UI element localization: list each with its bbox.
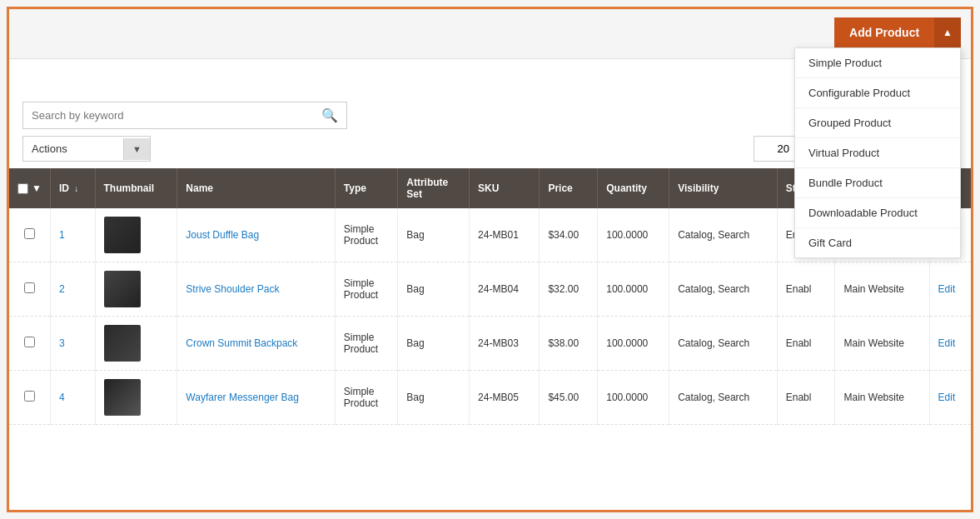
header-visibility: Visibility (669, 168, 778, 208)
row-action-4: Edit (929, 371, 971, 425)
row-type-3: SimpleProduct (335, 317, 397, 371)
row-checkbox-3[interactable] (24, 337, 35, 347)
row-id-1: 1 (50, 208, 95, 262)
row-quantity-1: 100.0000 (598, 208, 669, 262)
dropdown-item-virtual[interactable]: Virtual Product (795, 138, 960, 168)
row-quantity-4: 100.0000 (598, 371, 669, 425)
row-name-2: Strive Shoulder Pack (177, 262, 335, 317)
row-checkbox-4[interactable] (24, 391, 35, 402)
dropdown-item-grouped[interactable]: Grouped Product (795, 108, 960, 138)
row-attribute-set-1: Bag (398, 208, 470, 262)
edit-link-4[interactable]: Edit (938, 392, 956, 403)
row-id-4: 4 (50, 371, 95, 425)
edit-link-3[interactable]: Edit (938, 337, 956, 349)
product-id-link-3[interactable]: 3 (59, 337, 65, 349)
row-id-3: 3 (50, 317, 95, 371)
row-status-2: Enabl (777, 262, 835, 317)
product-name-link-3[interactable]: Crown Summit Backpack (186, 337, 297, 349)
row-visibility-1: Catalog, Search (669, 208, 778, 262)
row-quantity-2: 100.0000 (598, 262, 669, 317)
row-price-4: $45.00 (540, 371, 598, 425)
add-product-button[interactable]: Add Product (834, 17, 934, 47)
header-type: Type (335, 168, 397, 208)
row-checkbox-cell (9, 371, 50, 425)
search-input[interactable] (23, 102, 313, 128)
row-visibility-2: Catalog, Search (669, 262, 778, 317)
header-quantity: Quantity (598, 168, 669, 208)
row-checkbox-cell (9, 262, 50, 317)
row-status-4: Enabl (777, 371, 835, 425)
row-attribute-set-4: Bag (398, 371, 470, 425)
add-product-dropdown: Simple Product Configurable Product Grou… (794, 47, 961, 258)
header-attribute-set: AttributeSet (398, 168, 470, 208)
search-button[interactable]: 🔍 (313, 102, 346, 128)
header-checkbox-cell: ▼ (9, 168, 50, 208)
add-product-chevron-icon: ▲ (943, 27, 953, 38)
row-price-3: $38.00 (540, 317, 598, 371)
row-type-2: SimpleProduct (335, 262, 397, 317)
row-status-3: Enabl (777, 317, 835, 371)
row-quantity-3: 100.0000 (598, 317, 669, 371)
id-sort-icon[interactable]: ↓ (74, 184, 78, 193)
row-price-1: $34.00 (540, 208, 598, 262)
row-sku-3: 24-MB03 (470, 317, 540, 371)
header-price: Price (540, 168, 598, 208)
row-type-1: SimpleProduct (335, 208, 397, 262)
row-sku-2: 24-MB04 (470, 262, 540, 317)
search-icon: 🔍 (321, 108, 338, 122)
edit-link-2[interactable]: Edit (938, 283, 956, 295)
dropdown-item-simple[interactable]: Simple Product (795, 48, 960, 78)
page-container: Add Product ▲ Simple Product Configurabl… (7, 7, 973, 512)
search-input-wrapper: 🔍 (22, 102, 347, 129)
product-thumbnail-1 (104, 217, 141, 253)
row-checkbox-cell (9, 208, 50, 262)
header-sku: SKU (470, 168, 540, 208)
dropdown-item-downloadable[interactable]: Downloadable Product (795, 198, 960, 228)
table-row: 2 Strive Shoulder Pack SimpleProduct Bag… (9, 262, 971, 317)
add-product-arrow-button[interactable]: ▲ (934, 17, 961, 47)
row-attribute-set-3: Bag (398, 317, 470, 371)
product-thumbnail-2 (104, 271, 141, 307)
product-id-link-1[interactable]: 1 (59, 229, 65, 241)
product-thumbnail-3 (104, 325, 141, 362)
row-sku-4: 24-MB05 (470, 371, 540, 425)
add-product-wrapper: Add Product ▲ Simple Product Configurabl… (834, 17, 961, 47)
row-action-2: Edit (929, 262, 971, 317)
row-thumbnail-4 (95, 371, 177, 425)
product-thumbnail-4 (104, 379, 141, 416)
dropdown-item-configurable[interactable]: Configurable Product (795, 78, 960, 108)
actions-arrow-icon: ▼ (123, 138, 150, 160)
row-thumbnail-2 (95, 262, 177, 317)
product-name-link-1[interactable]: Joust Duffle Bag (186, 229, 259, 241)
row-name-1: Joust Duffle Bag (177, 208, 335, 262)
row-checkbox-cell (9, 317, 50, 371)
product-name-link-4[interactable]: Wayfarer Messenger Bag (186, 392, 299, 403)
product-id-link-4[interactable]: 4 (59, 392, 65, 403)
product-id-link-2[interactable]: 2 (59, 283, 65, 295)
actions-select[interactable]: Actions (23, 137, 123, 161)
product-name-link-2[interactable]: Strive Shoulder Pack (186, 283, 279, 295)
row-type-4: SimpleProduct (335, 371, 397, 425)
select-all-checkbox[interactable] (17, 183, 28, 194)
actions-select-wrapper: Actions ▼ (22, 136, 151, 162)
header-thumbnail: Thumbnail (95, 168, 177, 208)
table-row: 4 Wayfarer Messenger Bag SimpleProduct B… (9, 371, 971, 425)
row-sku-1: 24-MB01 (470, 208, 540, 262)
row-id-2: 2 (50, 262, 95, 317)
dropdown-item-bundle[interactable]: Bundle Product (795, 168, 960, 198)
row-attribute-set-2: Bag (398, 262, 470, 317)
header-id: ID ↓ (50, 168, 95, 208)
row-visibility-3: Catalog, Search (669, 317, 778, 371)
row-name-3: Crown Summit Backpack (177, 317, 335, 371)
top-bar: Add Product ▲ Simple Product Configurabl… (9, 9, 971, 59)
row-price-2: $32.00 (540, 262, 598, 317)
row-website-4: Main Website (835, 371, 929, 425)
row-name-4: Wayfarer Messenger Bag (177, 371, 335, 425)
row-checkbox-2[interactable] (24, 282, 35, 293)
row-website-3: Main Website (835, 317, 929, 371)
header-name: Name (177, 168, 335, 208)
dropdown-item-giftcard[interactable]: Gift Card (795, 228, 960, 257)
row-checkbox-1[interactable] (24, 228, 35, 239)
header-select-arrow[interactable]: ▼ (32, 182, 42, 194)
table-row: 3 Crown Summit Backpack SimpleProduct Ba… (9, 317, 971, 371)
